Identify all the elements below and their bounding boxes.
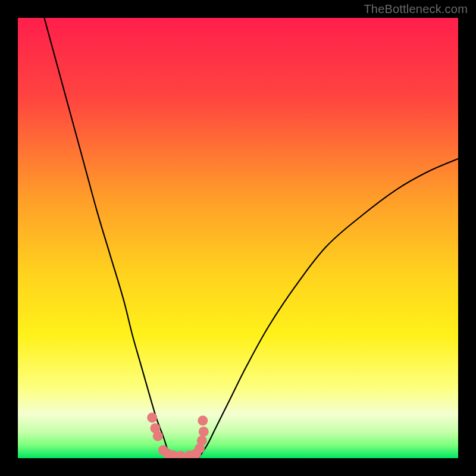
watermark-text: TheBottleneck.com	[364, 2, 468, 16]
marker-dot	[199, 427, 209, 437]
marker-dot	[147, 412, 157, 422]
bottom-markers	[147, 412, 209, 458]
outer-frame: TheBottleneck.com	[0, 0, 476, 476]
marker-dot	[153, 431, 163, 441]
curves-layer	[18, 18, 458, 458]
left-curve	[44, 18, 172, 458]
marker-dot	[176, 451, 186, 458]
plot-area	[18, 18, 458, 458]
right-curve	[198, 159, 458, 458]
marker-dot	[198, 416, 208, 426]
marker-dot	[197, 436, 207, 446]
